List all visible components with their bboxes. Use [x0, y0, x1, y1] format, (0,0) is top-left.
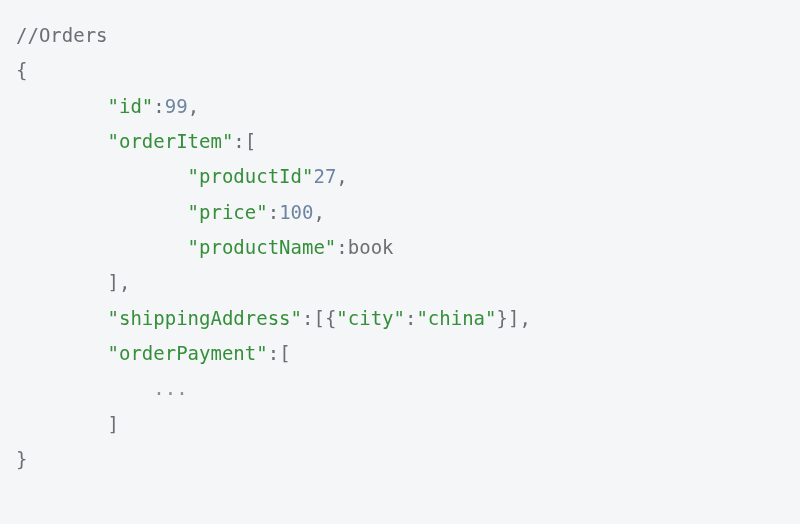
value-productName: book — [348, 236, 394, 258]
code-line: "orderItem":[ — [16, 124, 784, 159]
code-line: "id":99, — [16, 89, 784, 124]
colon: : — [302, 307, 313, 329]
obj-arr-close: }] — [497, 307, 520, 329]
code-block: //Orders { "id":99, "orderItem":[ "produ… — [0, 0, 800, 495]
ellipsis: ... — [153, 377, 187, 399]
obj-arr-open: [{ — [313, 307, 336, 329]
key-productName: "productName" — [188, 236, 337, 258]
colon: : — [336, 236, 347, 258]
code-line: "price":100, — [16, 195, 784, 230]
code-line: "productId"27, — [16, 159, 784, 194]
colon: : — [268, 201, 279, 223]
code-line: "shippingAddress":[{"city":"china"}], — [16, 301, 784, 336]
code-line: //Orders — [16, 18, 784, 53]
code-line: } — [16, 442, 784, 477]
key-shippingAddress: "shippingAddress" — [108, 307, 302, 329]
code-line: ] — [16, 407, 784, 442]
code-line: "productName":book — [16, 230, 784, 265]
bracket-close: ] — [108, 413, 119, 435]
comma: , — [313, 201, 324, 223]
value-productId: 27 — [313, 165, 336, 187]
key-city: "city" — [336, 307, 405, 329]
colon: : — [268, 342, 279, 364]
comma: , — [188, 95, 199, 117]
bracket-open: [ — [279, 342, 290, 364]
value-china: "china" — [416, 307, 496, 329]
code-line: "orderPayment":[ — [16, 336, 784, 371]
bracket-open: [ — [245, 130, 256, 152]
key-orderPayment: "orderPayment" — [108, 342, 268, 364]
value-price: 100 — [279, 201, 313, 223]
colon: : — [405, 307, 416, 329]
colon: : — [153, 95, 164, 117]
comma: , — [519, 307, 530, 329]
bracket-close-comma: ], — [108, 271, 131, 293]
comment: //Orders — [16, 24, 108, 46]
brace-open: { — [16, 59, 27, 81]
brace-close: } — [16, 448, 27, 470]
key-orderItem: "orderItem" — [108, 130, 234, 152]
code-line: ], — [16, 265, 784, 300]
comma: , — [336, 165, 347, 187]
code-line: ... — [16, 371, 784, 406]
key-id: "id" — [108, 95, 154, 117]
key-price: "price" — [188, 201, 268, 223]
value-id: 99 — [165, 95, 188, 117]
code-line: { — [16, 53, 784, 88]
key-productId: "productId" — [188, 165, 314, 187]
colon: : — [233, 130, 244, 152]
